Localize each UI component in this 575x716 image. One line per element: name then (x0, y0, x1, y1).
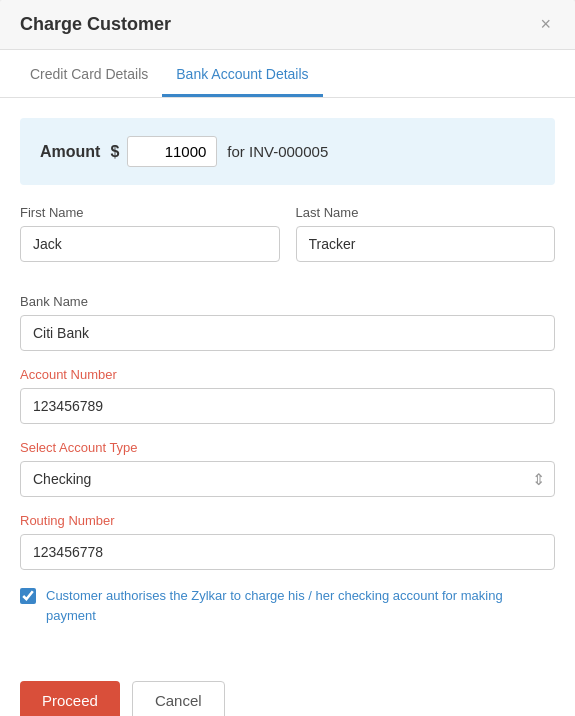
account-number-label: Account Number (20, 367, 555, 382)
account-type-group: Select Account Type Checking Savings ⇕ (20, 440, 555, 497)
last-name-input[interactable] (296, 226, 556, 262)
tab-bank-account[interactable]: Bank Account Details (162, 50, 322, 97)
proceed-button[interactable]: Proceed (20, 681, 120, 716)
account-type-select-wrapper: Checking Savings ⇕ (20, 461, 555, 497)
tabs-container: Credit Card Details Bank Account Details (0, 50, 575, 98)
close-button[interactable]: × (536, 14, 555, 35)
authorization-checkbox[interactable] (20, 588, 36, 604)
charge-customer-modal: Charge Customer × Credit Card Details Ba… (0, 0, 575, 716)
modal-footer: Proceed Cancel (0, 665, 575, 716)
first-name-input[interactable] (20, 226, 280, 262)
currency-symbol: $ (110, 143, 119, 161)
modal-body: Amount $ for INV-000005 First Name Last … (0, 98, 575, 665)
modal-title: Charge Customer (20, 14, 171, 35)
account-type-select[interactable]: Checking Savings (20, 461, 555, 497)
routing-number-group: Routing Number (20, 513, 555, 570)
last-name-group: Last Name (296, 205, 556, 262)
authorization-checkbox-row: Customer authorises the Zylkar to charge… (20, 586, 555, 625)
last-name-label: Last Name (296, 205, 556, 220)
routing-number-input[interactable] (20, 534, 555, 570)
bank-name-input[interactable] (20, 315, 555, 351)
routing-number-label: Routing Number (20, 513, 555, 528)
amount-input[interactable] (127, 136, 217, 167)
account-number-input[interactable] (20, 388, 555, 424)
invoice-reference: for INV-000005 (227, 143, 328, 160)
bank-name-group: Bank Name (20, 294, 555, 351)
amount-row: Amount $ for INV-000005 (20, 118, 555, 185)
modal-header: Charge Customer × (0, 0, 575, 50)
bank-name-label: Bank Name (20, 294, 555, 309)
account-type-label: Select Account Type (20, 440, 555, 455)
name-row: First Name Last Name (20, 205, 555, 278)
first-name-label: First Name (20, 205, 280, 220)
account-number-group: Account Number (20, 367, 555, 424)
amount-label: Amount (40, 143, 100, 161)
first-name-group: First Name (20, 205, 280, 262)
cancel-button[interactable]: Cancel (132, 681, 225, 716)
authorization-label: Customer authorises the Zylkar to charge… (46, 586, 555, 625)
tab-credit-card[interactable]: Credit Card Details (16, 50, 162, 97)
